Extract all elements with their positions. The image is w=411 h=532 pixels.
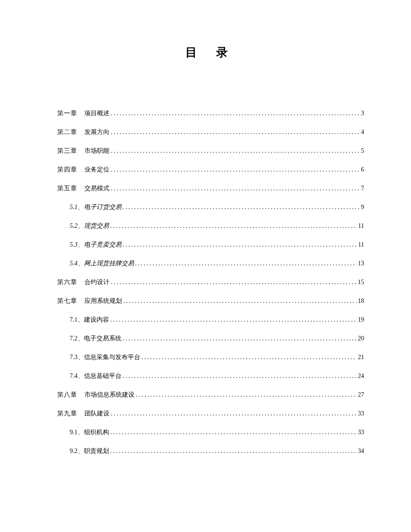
toc-entry-page: 18: [356, 297, 364, 305]
toc-entry-title: 职责规划: [84, 447, 110, 455]
toc-entry-leader-dots: ........................................…: [123, 204, 360, 211]
toc-entry: 第七章 应用系统规划..............................…: [57, 297, 364, 305]
toc-entry-label: 第七章: [57, 297, 77, 305]
toc-entry: 9.1、组织机构................................…: [70, 428, 364, 436]
toc-entry-title: 现货交易: [84, 222, 110, 230]
toc-entry-label: 7.1、: [70, 316, 84, 324]
toc-entry-title: 交易模式: [84, 184, 111, 193]
toc-entry-label: 第八章: [57, 391, 77, 399]
toc-title: 目 录: [57, 45, 364, 60]
toc-entry-title: 建设内容: [84, 316, 110, 324]
toc-entry-page: 19: [356, 316, 364, 323]
toc-entry-page: 11: [357, 222, 364, 230]
toc-entry: 7.1、建设内容................................…: [70, 316, 364, 324]
toc-entry: 第二章 发展方向................................…: [57, 128, 364, 136]
toc-entry-page: 6: [360, 166, 364, 173]
toc-entry-page: 24: [356, 373, 364, 380]
toc-entry-title: 信息基础平台: [84, 372, 123, 380]
toc-entry-page: 20: [356, 335, 364, 342]
toc-entry-label: 7.2、: [70, 335, 84, 343]
toc-entry-leader-dots: ........................................…: [123, 373, 357, 380]
toc-entry-label: 5.1、: [70, 203, 84, 211]
toc-entry-page: 21: [356, 354, 364, 361]
toc-entry-title: 合约设计: [84, 278, 111, 286]
toc-entry-page: 15: [356, 279, 364, 286]
toc-entry-leader-dots: ........................................…: [123, 335, 357, 342]
toc-entry-title: 信息采集与发布平台: [84, 353, 142, 361]
toc-entry-leader-dots: ........................................…: [110, 448, 357, 455]
toc-entry-page: 33: [356, 429, 364, 436]
toc-entry-leader-dots: ........................................…: [135, 260, 357, 267]
toc-entry-page: 4: [360, 129, 364, 136]
toc-entry-label: 5.2、: [70, 222, 84, 230]
toc-entry-leader-dots: ........................................…: [110, 316, 357, 323]
toc-entry-page: 34: [356, 448, 364, 455]
toc-entry-page: 3: [360, 110, 364, 117]
toc-entry: 5.3、电子竞卖交易..............................…: [70, 241, 364, 249]
toc-entry-leader-dots: ........................................…: [111, 129, 360, 136]
toc-entry-leader-dots: ........................................…: [111, 147, 360, 155]
toc-entry: 第六章 合约设计................................…: [57, 278, 364, 286]
toc-entry-label: 第四章: [57, 166, 77, 174]
toc-entry-title: 网上现货挂牌交易: [84, 260, 135, 268]
toc-entry-leader-dots: ........................................…: [110, 222, 357, 230]
toc-entry-leader-dots: ........................................…: [123, 297, 356, 305]
toc-entry-title: 电子竞卖交易: [84, 241, 123, 249]
toc-entry-label: 9.2、: [70, 447, 84, 455]
toc-entry-leader-dots: ........................................…: [111, 279, 356, 286]
toc-entry: 7.2、电子交易系统..............................…: [70, 335, 364, 343]
toc-entry-leader-dots: ........................................…: [123, 241, 357, 248]
toc-entry-label: 5.3、: [70, 241, 84, 249]
toc-entry-leader-dots: ........................................…: [136, 391, 356, 398]
toc-entry-title: 应用系统规划: [84, 297, 123, 305]
toc-entry-page: 9: [360, 204, 364, 211]
toc-entry-leader-dots: ........................................…: [110, 429, 357, 436]
toc-entry: 第九章 团队建设................................…: [57, 410, 364, 418]
toc-entry-title: 市场信息系统建设: [84, 391, 136, 399]
toc-entry-leader-dots: ........................................…: [142, 354, 357, 361]
toc-entry: 9.2、职责规划................................…: [70, 447, 364, 455]
toc-entry-page: 5: [360, 147, 364, 155]
toc-entry-label: 第二章: [57, 128, 77, 136]
toc-entry-label: 5.4、: [70, 260, 84, 268]
toc-entry-label: 7.3、: [70, 353, 84, 361]
toc-entry-label: 第九章: [57, 410, 77, 418]
toc-entry-page: 11: [357, 241, 364, 248]
toc-entry: 7.3、信息采集与发布平台...........................…: [70, 353, 364, 361]
toc-entry-leader-dots: ........................................…: [111, 166, 360, 173]
toc-entry-title: 发展方向: [84, 128, 111, 136]
toc-entry-title: 电子交易系统: [84, 335, 123, 343]
toc-entry-page: 27: [356, 391, 364, 398]
toc-entry: 第一章 项目概述................................…: [57, 109, 364, 117]
toc-list: 第一章 项目概述................................…: [57, 109, 364, 455]
toc-entry: 7.4、信息基础平台..............................…: [70, 372, 364, 380]
toc-entry-leader-dots: ........................................…: [111, 410, 356, 417]
toc-entry-page: 33: [356, 410, 364, 417]
toc-entry-title: 团队建设: [84, 410, 111, 418]
toc-entry-label: 9.1、: [70, 428, 84, 436]
toc-entry-title: 项目概述: [84, 109, 111, 117]
toc-entry: 5.1、电子订货交易..............................…: [70, 203, 364, 211]
toc-entry: 第五章 交易模式................................…: [57, 184, 364, 193]
toc-entry-label: 第五章: [57, 184, 77, 193]
toc-entry-page: 13: [356, 260, 364, 267]
toc-entry: 第三章 市场职能................................…: [57, 147, 364, 155]
toc-entry-label: 7.4、: [70, 372, 84, 380]
toc-entry-leader-dots: ........................................…: [111, 110, 360, 117]
toc-entry-title: 组织机构: [84, 428, 110, 436]
toc-entry: 5.4、网上现货挂牌交易............................…: [70, 260, 364, 268]
toc-entry-page: 7: [360, 185, 364, 192]
toc-entry-leader-dots: ........................................…: [111, 185, 360, 192]
toc-entry-label: 第三章: [57, 147, 77, 155]
toc-entry: 第四章 业务定位................................…: [57, 166, 364, 174]
toc-entry-label: 第六章: [57, 278, 77, 286]
toc-entry-title: 业务定位: [84, 166, 111, 174]
toc-entry: 第八章 市场信息系统建设............................…: [57, 391, 364, 399]
toc-entry-title: 电子订货交易: [84, 203, 123, 211]
toc-entry-label: 第一章: [57, 109, 77, 117]
toc-entry: 5.2、现货交易................................…: [70, 222, 364, 230]
toc-entry-title: 市场职能: [84, 147, 111, 155]
